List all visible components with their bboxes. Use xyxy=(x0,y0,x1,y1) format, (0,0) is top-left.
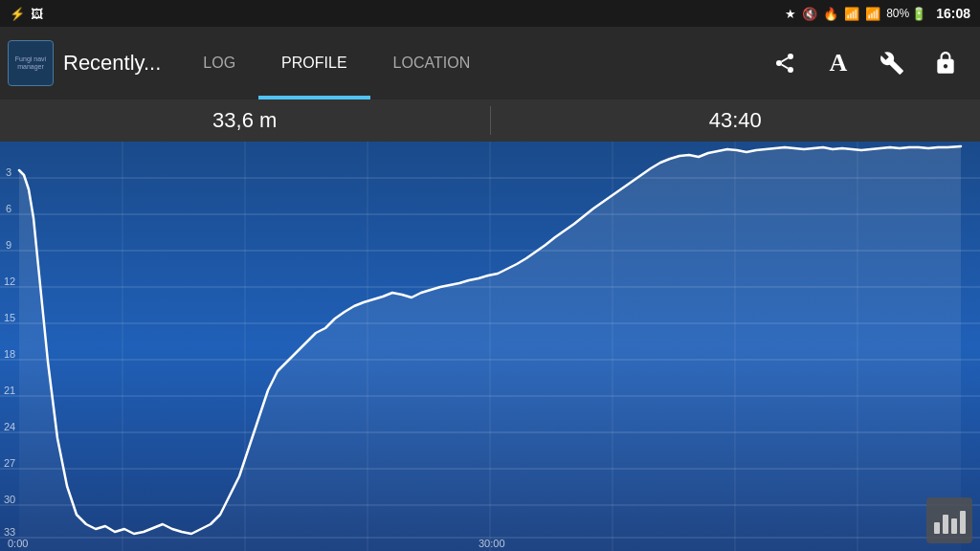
svg-text:15: 15 xyxy=(4,312,15,323)
svg-text:9: 9 xyxy=(6,239,11,251)
battery-indicator: 80% 🔋 xyxy=(886,7,926,21)
svg-text:3: 3 xyxy=(6,166,11,178)
battery-icon: 🔋 xyxy=(911,7,926,21)
tabs-container: LOG PROFILE LOCATION xyxy=(180,27,766,99)
svg-point-1 xyxy=(776,60,782,66)
toolbar-icons: A xyxy=(766,44,972,82)
chart-type-button[interactable] xyxy=(926,497,972,543)
tab-profile[interactable]: PROFILE xyxy=(258,27,369,99)
settings-button[interactable] xyxy=(873,44,911,82)
clock: 16:08 xyxy=(936,6,970,21)
svg-text:30: 30 xyxy=(4,494,15,505)
app-title: Recently... xyxy=(63,51,161,76)
bluetooth-icon: ★ xyxy=(785,7,796,21)
app-bar: Fungi navi manager Recently... LOG PROFI… xyxy=(0,27,980,99)
share-button[interactable] xyxy=(766,44,804,82)
mute-icon: 🔇 xyxy=(802,7,817,21)
svg-point-0 xyxy=(788,54,793,59)
status-bar: ⚡ 🖼 ★ 🔇 🔥 📶 📶 80% 🔋 16:08 xyxy=(0,0,980,27)
tab-log[interactable]: LOG xyxy=(180,27,258,99)
usb-icon: ⚡ xyxy=(10,7,25,21)
bar-chart-icon xyxy=(934,507,966,534)
svg-point-2 xyxy=(788,67,793,73)
svg-text:6: 6 xyxy=(6,203,11,214)
elevation-chart: 3 6 9 12 15 18 21 24 27 30 33 0:00 30:00 xyxy=(0,142,980,551)
svg-text:33: 33 xyxy=(4,526,15,538)
svg-text:18: 18 xyxy=(4,348,15,360)
app-icon: Fungi navi manager xyxy=(8,40,54,86)
lock-button[interactable] xyxy=(926,44,965,82)
battery-percent: 80% xyxy=(886,7,909,20)
svg-line-4 xyxy=(782,58,789,62)
svg-text:27: 27 xyxy=(4,457,15,469)
font-button[interactable]: A xyxy=(819,44,858,82)
tab-location[interactable]: LOCATION xyxy=(370,27,494,99)
distance-stat: 33,6 m xyxy=(0,108,490,133)
signal-icon: 📶 xyxy=(865,7,880,21)
wifi-icon: 📶 xyxy=(844,7,859,21)
svg-text:24: 24 xyxy=(4,421,15,432)
svg-text:21: 21 xyxy=(4,385,15,396)
duration-stat: 43:40 xyxy=(491,108,981,133)
svg-line-3 xyxy=(782,65,789,69)
chart-container: 3 6 9 12 15 18 21 24 27 30 33 0:00 30:00 xyxy=(0,142,980,551)
svg-text:12: 12 xyxy=(4,276,15,287)
image-icon: 🖼 xyxy=(31,7,43,21)
fire-icon: 🔥 xyxy=(823,7,838,21)
stats-bar: 33,6 m 43:40 xyxy=(0,99,980,142)
